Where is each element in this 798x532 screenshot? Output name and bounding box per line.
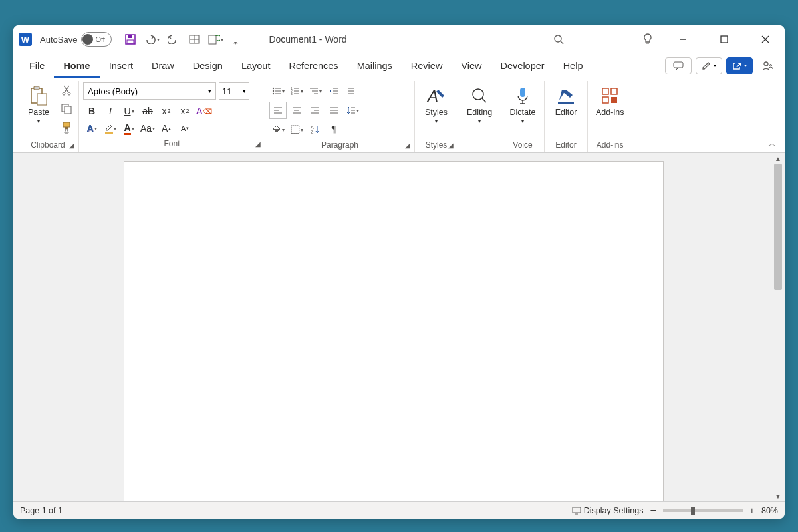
comments-button[interactable] (665, 57, 692, 74)
copy-icon[interactable] (59, 101, 74, 117)
save-icon[interactable] (122, 31, 138, 47)
microphone-icon (512, 85, 533, 106)
format-painter-icon[interactable] (59, 120, 74, 136)
svg-rect-2 (127, 40, 134, 43)
clear-formatting-icon[interactable]: A⌫ (195, 102, 213, 120)
update-icon[interactable]: ▾ (207, 31, 223, 47)
autosave-toggle[interactable]: Off (81, 32, 112, 47)
scroll-up-icon[interactable]: ▲ (773, 153, 783, 164)
superscript-button[interactable]: x2 (176, 102, 194, 120)
tab-design[interactable]: Design (184, 53, 232, 78)
search-icon[interactable] (551, 31, 567, 47)
paragraph-label: Paragraph (321, 140, 358, 150)
italic-button[interactable]: I (102, 102, 119, 120)
tab-insert[interactable]: Insert (100, 53, 142, 78)
tabs-right-controls: ▾ ▾ (665, 57, 778, 74)
zoom-level[interactable]: 80% (761, 506, 778, 515)
align-left-icon[interactable] (269, 102, 287, 119)
highlight-button[interactable]: ▾ (102, 120, 119, 137)
tab-file[interactable]: File (20, 53, 54, 78)
page-indicator[interactable]: Page 1 of 1 (20, 506, 63, 515)
align-right-icon[interactable] (307, 102, 324, 119)
justify-icon[interactable] (325, 102, 342, 119)
multilevel-list-button[interactable]: ▾ (307, 82, 324, 100)
font-size-select[interactable]: 11▾ (219, 82, 249, 100)
numbering-button[interactable]: 123▾ (288, 82, 305, 100)
editor-label: Editor (555, 108, 577, 117)
tab-home[interactable]: Home (54, 53, 99, 78)
increase-indent-icon[interactable] (344, 82, 361, 100)
svg-line-8 (561, 41, 563, 44)
display-settings-button[interactable]: Display Settings (572, 506, 644, 515)
minimize-button[interactable] (669, 25, 697, 53)
redo-icon[interactable] (165, 31, 181, 47)
lightbulb-icon[interactable] (640, 31, 656, 47)
svg-rect-18 (34, 86, 39, 90)
undo-icon[interactable]: ▾ (144, 31, 160, 47)
bullets-button[interactable]: ▾ (269, 82, 287, 100)
svg-rect-25 (65, 106, 71, 114)
line-spacing-button[interactable]: ▾ (344, 102, 361, 119)
document-page[interactable] (124, 161, 664, 501)
customize-qat-icon[interactable]: ⎯▾ (229, 31, 245, 47)
scrollbar-thumb[interactable] (774, 164, 782, 290)
paste-button[interactable]: Paste ▾ (21, 82, 56, 127)
tab-help[interactable]: Help (554, 53, 593, 78)
tab-view[interactable]: View (452, 53, 491, 78)
font-family-select[interactable]: Aptos (Body)▾ (83, 82, 216, 100)
styles-button[interactable]: A Styles ▾ (419, 82, 454, 127)
svg-rect-11 (721, 36, 728, 43)
tab-developer[interactable]: Developer (491, 53, 554, 78)
change-case-button[interactable]: Aa▾ (139, 120, 156, 137)
borders-button[interactable]: ▾ (288, 121, 305, 138)
underline-button[interactable]: U▾ (120, 102, 138, 120)
editing-button[interactable]: Editing ▾ (462, 82, 497, 127)
tab-mailings[interactable]: Mailings (348, 53, 402, 78)
tab-review[interactable]: Review (402, 53, 452, 78)
svg-point-28 (272, 88, 273, 89)
text-effects-button[interactable]: A▾ (83, 120, 100, 137)
document-area: ▲ ▼ (13, 153, 785, 501)
bold-button[interactable]: B (83, 102, 100, 120)
grow-font-icon[interactable]: A▴ (158, 120, 175, 137)
table-icon[interactable] (186, 31, 202, 47)
svg-rect-1 (128, 35, 132, 38)
autosave-control[interactable]: AutoSave Off (40, 32, 112, 47)
shrink-font-icon[interactable]: A▾ (176, 120, 194, 137)
account-icon[interactable] (759, 58, 775, 74)
scroll-down-icon[interactable]: ▼ (773, 491, 783, 501)
styles-launcher-icon[interactable]: ◢ (448, 142, 454, 149)
paragraph-launcher-icon[interactable]: ◢ (405, 142, 410, 149)
zoom-slider-thumb[interactable] (691, 507, 695, 515)
cut-icon[interactable] (59, 82, 74, 98)
maximize-button[interactable] (710, 25, 738, 53)
align-center-icon[interactable] (288, 102, 305, 119)
svg-text:A: A (426, 87, 438, 105)
tab-draw[interactable]: Draw (142, 53, 184, 78)
editor-button[interactable]: Editor (549, 82, 583, 120)
document-title: Document1 - Word (269, 34, 346, 45)
addins-button[interactable]: Add-ins (592, 82, 628, 120)
clipboard-launcher-icon[interactable]: ◢ (69, 142, 74, 149)
close-button[interactable] (751, 25, 779, 53)
strikethrough-button[interactable]: ab (139, 102, 156, 120)
sort-icon[interactable]: AZ (307, 121, 324, 138)
tab-layout[interactable]: Layout (232, 53, 280, 78)
font-color-button[interactable]: A▾ (120, 120, 138, 137)
dictate-button[interactable]: Dictate ▾ (505, 82, 540, 127)
shading-button[interactable]: ▾ (269, 121, 287, 138)
group-clipboard: Paste ▾ Clipboard◢ (17, 81, 79, 152)
zoom-in-button[interactable]: + (749, 505, 755, 516)
zoom-slider[interactable] (663, 509, 743, 512)
tab-references[interactable]: References (279, 53, 347, 78)
zoom-out-button[interactable]: − (650, 505, 656, 517)
share-button[interactable]: ▾ (726, 57, 753, 74)
subscript-button[interactable]: x2 (158, 102, 175, 120)
vertical-scrollbar[interactable]: ▲ ▼ (773, 153, 783, 501)
show-marks-icon[interactable]: ¶ (325, 121, 342, 138)
svg-point-30 (272, 90, 273, 92)
editing-mode-button[interactable]: ▾ (696, 57, 722, 74)
font-launcher-icon[interactable]: ◢ (255, 140, 261, 148)
collapse-ribbon-icon[interactable]: ︿ (768, 138, 777, 150)
decrease-indent-icon[interactable] (325, 82, 342, 100)
